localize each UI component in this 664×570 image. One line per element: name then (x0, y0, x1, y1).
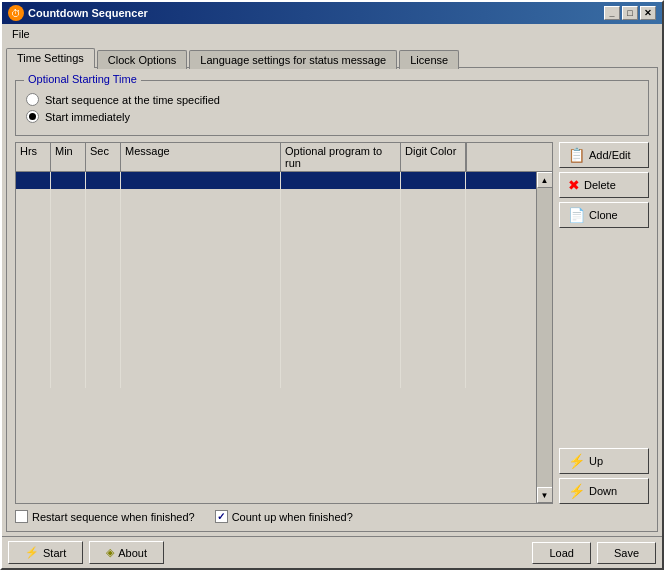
table-row[interactable] (16, 298, 536, 316)
table-row[interactable] (16, 172, 536, 190)
table-cell (51, 370, 86, 388)
table-cell (401, 172, 466, 190)
radio-start-immediately[interactable]: Start immediately (26, 110, 638, 123)
count-up-label: Count up when finished? (232, 511, 353, 523)
bottom-checkboxes: Restart sequence when finished? ✓ Count … (15, 510, 649, 523)
table-cell (121, 190, 281, 208)
app-icon: ⏱ (8, 5, 24, 21)
table-cell (121, 244, 281, 262)
add-edit-label: Add/Edit (589, 149, 631, 161)
sequence-table: Hrs Min Sec Message Optional program to … (15, 142, 553, 504)
table-cell (51, 280, 86, 298)
table-row[interactable] (16, 334, 536, 352)
restart-label: Restart sequence when finished? (32, 511, 195, 523)
radio-start-at-time-label: Start sequence at the time specified (45, 94, 220, 106)
table-cell (121, 370, 281, 388)
scroll-down-button[interactable]: ▼ (537, 487, 553, 503)
col-header-min: Min (51, 143, 86, 171)
bottom-right-buttons: Load Save (532, 542, 656, 564)
table-cell (121, 208, 281, 226)
restart-checkbox[interactable] (15, 510, 28, 523)
table-row[interactable] (16, 352, 536, 370)
table-row[interactable] (16, 208, 536, 226)
table-cell (86, 172, 121, 190)
table-cell (86, 244, 121, 262)
table-cell (121, 316, 281, 334)
tab-time-settings[interactable]: Time Settings (6, 48, 95, 68)
table-row[interactable] (16, 370, 536, 388)
window-title: Countdown Sequencer (28, 7, 148, 19)
table-cell (281, 370, 401, 388)
table-cell (401, 316, 466, 334)
table-cell (121, 334, 281, 352)
table-row[interactable] (16, 226, 536, 244)
table-cell (51, 208, 86, 226)
file-menu[interactable]: File (6, 26, 36, 42)
table-row[interactable] (16, 280, 536, 298)
down-button[interactable]: ⚡ Down (559, 478, 649, 504)
tab-license[interactable]: License (399, 50, 459, 69)
radio-start-immediately-input[interactable] (26, 110, 39, 123)
col-header-program: Optional program to run (281, 143, 401, 171)
table-cell (86, 334, 121, 352)
table-cell (51, 334, 86, 352)
table-row[interactable] (16, 316, 536, 334)
scroll-up-button[interactable]: ▲ (537, 172, 553, 188)
delete-button[interactable]: ✖ Delete (559, 172, 649, 198)
title-bar: ⏱ Countdown Sequencer _ □ ✕ (2, 2, 662, 24)
table-cell (16, 298, 51, 316)
table-cell (16, 244, 51, 262)
clone-button[interactable]: 📄 Clone (559, 202, 649, 228)
table-cell (281, 208, 401, 226)
start-button[interactable]: ⚡ Start (8, 541, 83, 564)
table-cell (121, 262, 281, 280)
count-up-checkbox[interactable]: ✓ (215, 510, 228, 523)
side-buttons: 📋 Add/Edit ✖ Delete 📄 Clone ⚡ Up (559, 142, 649, 504)
bottom-bar: ⚡ Start ◈ About Load Save (2, 536, 662, 568)
title-bar-left: ⏱ Countdown Sequencer (8, 5, 148, 21)
table-cell (401, 298, 466, 316)
table-cell (281, 298, 401, 316)
table-cell (86, 190, 121, 208)
table-cell (121, 172, 281, 190)
tab-language-settings[interactable]: Language settings for status message (189, 50, 397, 69)
maximize-button[interactable]: □ (622, 6, 638, 20)
close-button[interactable]: ✕ (640, 6, 656, 20)
table-row[interactable] (16, 190, 536, 208)
table-cell (86, 208, 121, 226)
table-body[interactable] (16, 172, 536, 503)
content-area: Optional Starting Time Start sequence at… (6, 67, 658, 532)
table-cell (281, 334, 401, 352)
tabs-row: Time Settings Clock Options Language set… (2, 44, 662, 67)
table-cell (121, 352, 281, 370)
radio-start-at-time[interactable]: Start sequence at the time specified (26, 93, 638, 106)
main-section: Hrs Min Sec Message Optional program to … (15, 142, 649, 504)
col-header-message: Message (121, 143, 281, 171)
table-cell (51, 190, 86, 208)
table-row[interactable] (16, 262, 536, 280)
table-row[interactable] (16, 244, 536, 262)
col-header-hrs: Hrs (16, 143, 51, 171)
count-up-checkbox-item[interactable]: ✓ Count up when finished? (215, 510, 353, 523)
table-cell (401, 226, 466, 244)
about-button[interactable]: ◈ About (89, 541, 164, 564)
table-cell (281, 352, 401, 370)
radio-start-at-time-input[interactable] (26, 93, 39, 106)
restart-checkbox-item[interactable]: Restart sequence when finished? (15, 510, 195, 523)
clone-icon: 📄 (568, 207, 585, 223)
load-label: Load (549, 547, 573, 559)
up-button[interactable]: ⚡ Up (559, 448, 649, 474)
bottom-left-buttons: ⚡ Start ◈ About (8, 541, 164, 564)
load-button[interactable]: Load (532, 542, 590, 564)
table-scrollbar: ▲ ▼ (536, 172, 552, 503)
table-cell (401, 352, 466, 370)
save-label: Save (614, 547, 639, 559)
table-cell (401, 244, 466, 262)
tab-clock-options[interactable]: Clock Options (97, 50, 187, 69)
save-button[interactable]: Save (597, 542, 656, 564)
clone-label: Clone (589, 209, 618, 221)
table-cell (16, 190, 51, 208)
add-edit-button[interactable]: 📋 Add/Edit (559, 142, 649, 168)
minimize-button[interactable]: _ (604, 6, 620, 20)
up-icon: ⚡ (568, 453, 585, 469)
